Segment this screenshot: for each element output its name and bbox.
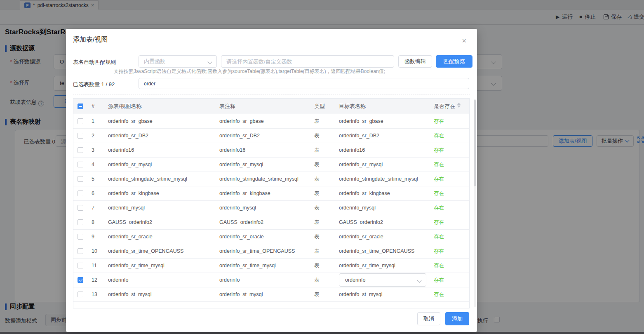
table-row: 13 orderinfo_st_mysql orderinfo_st_mysql… bbox=[73, 287, 469, 302]
source-table-name: orderinfo16 bbox=[104, 147, 215, 153]
table-row: 5 orderinfo_stringdate_srtime_mysql orde… bbox=[73, 172, 469, 186]
row-index: 3 bbox=[87, 147, 104, 153]
exists-status: 存在 bbox=[430, 118, 469, 125]
target-table-cell: orderinfo16 bbox=[335, 147, 430, 153]
source-table-name: orderinfo_mysql bbox=[104, 205, 215, 211]
match-preview-button[interactable]: 匹配预览 bbox=[436, 55, 472, 68]
table-type: 表 bbox=[310, 262, 335, 269]
row-checkbox[interactable] bbox=[78, 219, 83, 225]
function-edit-button[interactable]: 函数编辑 bbox=[398, 55, 432, 68]
column-header-0: # bbox=[87, 103, 104, 109]
function-type-select[interactable]: 内置函数 bbox=[139, 55, 217, 68]
row-checkbox[interactable] bbox=[78, 248, 83, 254]
target-table-cell: orderinfo_sr_oracle bbox=[335, 234, 430, 240]
table-row: 2 orderinfo_sr_DB2 orderinfo_sr_DB2 表 or… bbox=[73, 129, 469, 143]
source-table-name: orderinfo_sr_DB2 bbox=[104, 133, 215, 139]
row-checkbox[interactable] bbox=[78, 292, 83, 297]
target-table-cell: orderinfo_sr_gbase bbox=[335, 118, 430, 124]
sort-icon[interactable] bbox=[457, 103, 461, 108]
table-type: 表 bbox=[310, 291, 335, 298]
source-table-name: orderinfo_stringdate_srtime_mysql bbox=[104, 176, 215, 182]
table-row: 1 orderinfo_sr_gbase orderinfo_sr_gbase … bbox=[73, 114, 469, 129]
target-table-select[interactable]: orderinfo bbox=[339, 273, 426, 287]
target-table-name: orderinfo16 bbox=[339, 147, 365, 153]
table-type: 表 bbox=[310, 219, 335, 226]
select-all-checkbox[interactable] bbox=[78, 103, 83, 109]
exists-status: 存在 bbox=[430, 248, 469, 255]
dialog-close-icon[interactable]: × bbox=[462, 37, 466, 45]
column-header-3: 类型 bbox=[310, 103, 335, 110]
source-table-name: orderinfo_st_mysql bbox=[104, 292, 215, 297]
row-checkbox[interactable] bbox=[78, 176, 83, 182]
target-table-cell: orderinfo_sr_time_mysql bbox=[335, 263, 430, 268]
scrollbar-thumb[interactable] bbox=[474, 100, 476, 186]
source-table-name: orderinfo_sr_kingbase bbox=[104, 191, 215, 196]
match-rule-help-text: 支持按照JavaScript语法自定义格式化函数;函数入参为sourceTabl… bbox=[114, 68, 385, 75]
column-header-2: 表注释 bbox=[215, 103, 310, 110]
target-table-name: orderinfo_st_mysql bbox=[339, 292, 383, 297]
source-table-name: orderinfo bbox=[104, 277, 215, 283]
dialog-title: 添加表/视图 bbox=[73, 35, 108, 44]
exists-status: 存在 bbox=[430, 190, 469, 197]
target-table-name: orderinfo_sr_time_OPENGAUSS bbox=[339, 248, 414, 254]
exists-status: 存在 bbox=[430, 132, 469, 139]
source-table-name: orderinfo_sr_gbase bbox=[104, 118, 215, 124]
table-comment: orderinfo_sr_kingbase bbox=[215, 191, 310, 196]
row-index: 10 bbox=[87, 248, 104, 254]
table-row: 10 orderinfo_sr_time_OPENGAUSS orderinfo… bbox=[73, 244, 469, 259]
row-index: 7 bbox=[87, 205, 104, 211]
table-type: 表 bbox=[310, 233, 335, 240]
exists-status: 存在 bbox=[430, 205, 469, 212]
target-table-name: orderinfo_mysql bbox=[339, 205, 376, 211]
table-row: 6 orderinfo_sr_kingbase orderinfo_sr_kin… bbox=[73, 186, 469, 201]
row-checkbox[interactable] bbox=[78, 147, 83, 153]
column-header-1: 源表/视图名称 bbox=[104, 103, 215, 110]
row-index: 12 bbox=[87, 277, 104, 283]
table-comment: orderinfo_sr_time_mysql bbox=[215, 263, 310, 268]
table-type: 表 bbox=[310, 205, 335, 212]
exists-status: 存在 bbox=[430, 262, 469, 269]
row-checkbox[interactable] bbox=[78, 234, 83, 240]
table-filter-input[interactable] bbox=[139, 78, 469, 89]
column-header-5[interactable]: 是否存在 bbox=[430, 103, 469, 110]
target-table-cell: orderinfo_mysql bbox=[335, 205, 430, 211]
table-comment: GAUSS_orderinfo2 bbox=[215, 219, 310, 225]
row-checkbox[interactable] bbox=[78, 263, 83, 268]
add-button[interactable]: 添加 bbox=[445, 312, 469, 325]
table-type: 表 bbox=[310, 118, 335, 125]
source-table-name: orderinfo_sr_oracle bbox=[104, 234, 215, 240]
table-row: 4 orderinfo_sr_mysql orderinfo_sr_mysql … bbox=[73, 158, 469, 172]
function-search-input[interactable] bbox=[221, 55, 394, 68]
row-checkbox[interactable] bbox=[78, 205, 83, 211]
row-checkbox[interactable] bbox=[78, 133, 83, 139]
table-row: 12 orderinfo orderinfo 表 orderinfo 存在 bbox=[73, 273, 469, 287]
row-index: 5 bbox=[87, 176, 104, 182]
table-type: 表 bbox=[310, 132, 335, 139]
exists-status: 存在 bbox=[430, 291, 469, 298]
row-index: 13 bbox=[87, 292, 104, 297]
exists-status: 存在 bbox=[430, 277, 469, 284]
match-rule-label: 表名自动匹配规则 bbox=[73, 59, 116, 66]
target-table-cell: orderinfo bbox=[335, 273, 430, 287]
cancel-button[interactable]: 取消 bbox=[417, 312, 440, 325]
exists-status: 存在 bbox=[430, 233, 469, 240]
row-checkbox[interactable] bbox=[78, 162, 83, 167]
table-header-row: #源表/视图名称表注释类型目标表名称是否存在 bbox=[73, 99, 469, 114]
table-comment: orderinfo_sr_oracle bbox=[215, 234, 310, 240]
row-checkbox[interactable] bbox=[78, 191, 83, 196]
target-table-cell: orderinfo_sr_mysql bbox=[335, 162, 430, 167]
row-checkbox[interactable] bbox=[78, 118, 83, 124]
row-index: 4 bbox=[87, 162, 104, 167]
table-row: 7 orderinfo_mysql orderinfo_mysql 表 orde… bbox=[73, 201, 469, 215]
target-table-cell: orderinfo_stringdate_srtime_mysql bbox=[335, 176, 430, 182]
target-table-name: orderinfo_stringdate_srtime_mysql bbox=[339, 176, 418, 182]
row-index: 2 bbox=[87, 133, 104, 139]
table-comment: orderinfo_sr_time_OPENGAUSS bbox=[215, 248, 310, 254]
row-index: 9 bbox=[87, 234, 104, 240]
table-comment: orderinfo_st_mysql bbox=[215, 292, 310, 297]
table-comment: orderinfo_sr_gbase bbox=[215, 118, 310, 124]
table-row: 9 orderinfo_sr_oracle orderinfo_sr_oracl… bbox=[73, 230, 469, 244]
row-checkbox[interactable] bbox=[78, 277, 83, 283]
row-index: 11 bbox=[87, 263, 104, 268]
target-table-cell: orderinfo_sr_kingbase bbox=[335, 191, 430, 196]
